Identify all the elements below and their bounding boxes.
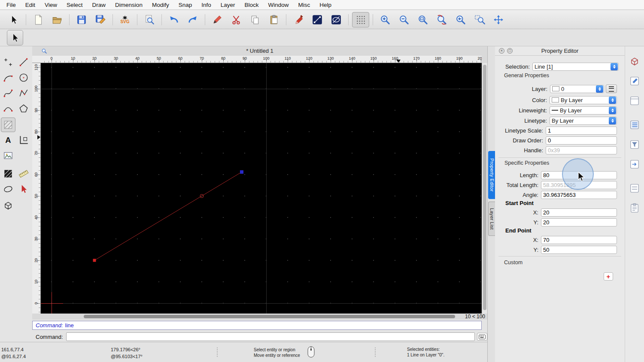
polygon-tool-button[interactable] (16, 101, 31, 116)
open-file-button[interactable] (49, 12, 66, 27)
new-document-button[interactable] (30, 12, 47, 27)
line-tool-button[interactable] (16, 55, 31, 69)
start-x-input[interactable] (541, 208, 617, 217)
end-point-handle[interactable] (240, 170, 243, 174)
draw-line-tool-button[interactable] (309, 12, 326, 27)
text-tool-button[interactable]: A (1, 133, 15, 148)
tab-layer-list[interactable]: Layer List (488, 202, 495, 236)
menu-item-info[interactable]: Info (197, 2, 216, 8)
export-svg-button[interactable]: SVG (116, 12, 134, 27)
layer-menu-button[interactable] (606, 84, 617, 93)
menu-item-modify[interactable]: Modify (147, 2, 174, 8)
command-keyboard-button[interactable] (477, 333, 487, 341)
menu-item-block[interactable]: Block (240, 2, 264, 8)
active-tool-pointer-button[interactable] (7, 30, 23, 45)
dock-panel-button-2[interactable] (628, 75, 641, 87)
vruler-label: 60 (34, 170, 39, 179)
circle-tool-button[interactable] (16, 70, 31, 85)
zoom-window-button[interactable] (471, 12, 488, 27)
lineweight-select[interactable]: By Layer (550, 106, 617, 115)
zoom-redraw-button[interactable] (433, 12, 450, 27)
dock-panel-button-4[interactable] (628, 118, 641, 131)
drawing-canvas[interactable] (41, 63, 482, 314)
menu-item-window[interactable]: Window (264, 2, 294, 8)
paste-button[interactable] (265, 12, 283, 27)
dock-panel-button-1[interactable] (628, 55, 641, 68)
pointer-icon (9, 32, 21, 43)
menu-item-layer[interactable]: Layer (216, 2, 240, 8)
color-select[interactable]: By Layer (550, 96, 617, 104)
points-tool-button[interactable] (1, 55, 15, 69)
spline-tool-button[interactable] (1, 86, 15, 100)
zoom-in-button[interactable] (377, 12, 394, 27)
ruler-corner (32, 56, 41, 63)
copy-button[interactable] (246, 12, 264, 27)
hatch-solid-tool-button[interactable] (1, 166, 15, 181)
measure-tool-button[interactable] (16, 166, 31, 181)
horizontal-scrollbar-thumb[interactable] (84, 315, 455, 318)
angle-input[interactable] (541, 191, 617, 199)
hruler-label: 10 (71, 56, 75, 60)
draw-ellipse-tool-button[interactable] (328, 12, 345, 27)
zoom-previous-button[interactable] (452, 12, 469, 27)
draw-order-input[interactable] (546, 136, 617, 145)
panel-float-icon[interactable]: □ (507, 48, 513, 54)
end-y-input[interactable] (541, 246, 617, 254)
zoom-out-button[interactable] (395, 12, 413, 27)
stepper-icon (611, 63, 618, 70)
linetype-select[interactable]: By Layer (550, 117, 617, 125)
length-input[interactable] (541, 171, 617, 179)
box3d-tool-button[interactable] (1, 198, 15, 213)
arc-tool-button[interactable] (1, 70, 15, 85)
image-tool-button[interactable] (1, 148, 15, 163)
save-as-button[interactable] (92, 12, 109, 27)
dock-panel-button-8[interactable] (628, 202, 641, 214)
window-zoom-icon[interactable] (41, 48, 47, 54)
dock-panel-button-3[interactable] (628, 94, 641, 107)
start-y-input[interactable] (541, 218, 617, 226)
selection-pointer-button[interactable] (5, 12, 22, 27)
statusbar-separator (375, 347, 376, 357)
dock-panel-button-7[interactable] (628, 182, 641, 195)
save-button[interactable] (73, 12, 90, 27)
vertical-scrollbar[interactable] (482, 63, 487, 314)
command-input[interactable] (66, 332, 475, 341)
linetype-scale-input[interactable] (546, 127, 617, 135)
curve-tool-button[interactable] (1, 101, 15, 116)
menu-item-select[interactable]: Select (62, 2, 88, 8)
menu-item-view[interactable]: View (40, 2, 62, 8)
panel-close-icon[interactable]: × (499, 48, 504, 54)
redo-button[interactable] (184, 12, 201, 27)
polyline-tool-button[interactable] (16, 86, 31, 100)
dimension-tool-button[interactable] (16, 133, 31, 148)
menu-item-draw[interactable]: Draw (88, 2, 111, 8)
dock-panel-button-5[interactable] (628, 138, 641, 151)
hatch-tool-button[interactable] (1, 118, 15, 132)
dock-panel-button-6[interactable] (628, 158, 641, 171)
ellipse-tool-button[interactable] (1, 182, 15, 196)
selection-select[interactable]: Line [1] (532, 63, 619, 71)
vertical-scrollbar-thumb[interactable] (483, 65, 486, 310)
start-point-handle[interactable] (93, 259, 96, 262)
cut-button[interactable] (228, 12, 245, 27)
menu-item-snap[interactable]: Snap (174, 2, 197, 8)
zoom-pan-button[interactable] (490, 12, 507, 27)
highlight-pen-button[interactable] (290, 12, 307, 27)
grid-toggle-button[interactable] (352, 12, 369, 27)
zoom-auto-button[interactable] (414, 12, 431, 27)
menu-item-misc[interactable]: Misc (294, 2, 315, 8)
undo-button[interactable] (165, 12, 182, 27)
menu-item-file[interactable]: File (2, 2, 21, 8)
modify-tool-button[interactable] (16, 182, 31, 196)
menu-item-help[interactable]: Help (315, 2, 336, 8)
layer-select[interactable]: 0 (550, 85, 604, 93)
menu-item-dimension[interactable]: Dimension (110, 2, 147, 8)
draw-pen-button[interactable] (209, 12, 226, 27)
horizontal-scrollbar[interactable]: 10 < 100 (32, 314, 487, 320)
tab-property-editor[interactable]: Property Editor (488, 151, 495, 199)
print-preview-button[interactable] (141, 12, 158, 27)
menu-item-edit[interactable]: Edit (21, 2, 40, 8)
start-x-label: X: (533, 209, 538, 216)
end-x-input[interactable] (541, 236, 617, 244)
add-custom-property-button[interactable]: + (604, 272, 613, 281)
